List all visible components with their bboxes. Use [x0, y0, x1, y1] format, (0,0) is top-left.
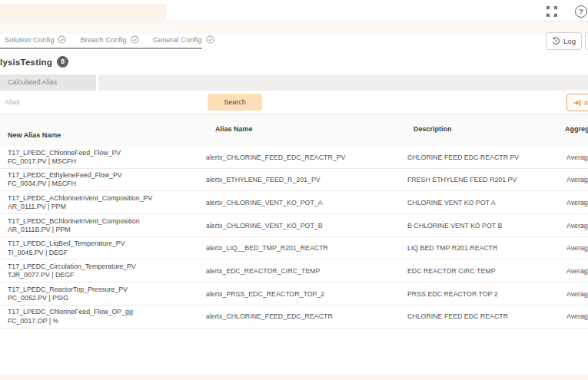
check-circle-icon — [131, 35, 139, 44]
config-tab-breach-config[interactable]: Breach Config — [80, 35, 138, 44]
check-circle-icon — [58, 35, 66, 44]
table-row[interactable]: T17_LPEDC_AChlorineInVent_Composition_PV… — [0, 191, 588, 214]
cell-new-alias-tag: T17_LPEDC_BChlorineInVent_CompositionAR_… — [8, 217, 140, 235]
import-icon — [573, 99, 581, 107]
table-row[interactable]: T17_LPEDC_ChlorineFeed_Flow_OP_ggFC_0017… — [0, 306, 588, 329]
fullscreen-expand-icon[interactable] — [546, 6, 557, 17]
table-row[interactable]: T17_LPEDC_ReactorTop_Pressure_PVPC_0052.… — [0, 283, 588, 306]
cell-new-alias-tag: T17_LPEDC_ReactorTop_Pressure_PVPC_0052.… — [8, 286, 128, 303]
cell-alias-name: alertx_CHLORINE_FEED_EDC_REACTR_PV — [206, 154, 345, 161]
cell-alias-name: alertx_CHLORINE_VENT_KO_POT_A — [206, 199, 323, 207]
cell-description: CHLORINE FEED EDC REACTR PV — [407, 154, 519, 161]
cell-alias-name: alertx_CHLORINE_FEED_EDC_REACTR — [206, 312, 333, 320]
cell-new-alias-tag: T17_LPEDC_ChlorineFeed_Flow_OP_ggFC_0017… — [8, 308, 133, 325]
cell-new-alias-tag: T17_LPEDC_LiqBed_Temperature_PVTI_0045.P… — [8, 240, 125, 257]
table-row[interactable]: T17_LPEDC_ChlorineFeed_Flow_PVFC_0017.PV… — [0, 146, 588, 169]
cell-alias-name: alertx_CHLORINE_VENT_KO_POT_B — [206, 222, 323, 230]
count-badge: 8 — [57, 56, 68, 68]
config-tab-solution-config[interactable]: Solution Config — [5, 35, 66, 44]
config-tab-label: General Config — [153, 35, 202, 44]
cell-description: PRSS EDC REACTOR TOP 2 — [407, 290, 498, 298]
cell-description: CHLORINE FEED EDC REACTR — [407, 312, 508, 320]
alias-tabbar: Calculated Alias — [0, 74, 588, 91]
cell-alias-name: alertx_ETHYLENE_FEED_R_201_PV — [206, 176, 321, 183]
table-row[interactable]: T17_LPEDC_EthyleneFeed_Flow_PVFC_0034.PV… — [0, 169, 588, 192]
search-input[interactable] — [0, 91, 201, 114]
tab-calculated-alias[interactable]: Calculated Alias — [0, 74, 98, 91]
table-row[interactable]: T17_LPEDC_BChlorineInVent_CompositionAR_… — [0, 214, 588, 237]
config-tab-general-config[interactable]: General Config — [153, 35, 214, 44]
log-button-label: Log — [563, 37, 576, 45]
cell-description: CHLORINE VENT KO POT A — [407, 199, 496, 207]
import-button-label: Import — [584, 99, 588, 107]
cell-alias-name: alertx_LIQ__BED_TMP_R201_REACTR — [206, 244, 328, 252]
table-header: New Alias Name Tag Name | UoM Alias Name… — [0, 115, 588, 147]
header-band — [0, 21, 588, 34]
history-icon — [552, 37, 560, 45]
cell-aggregation: Average — [566, 244, 588, 252]
cell-description: FRESH ETHYLENE FEED R201 PV — [407, 176, 517, 183]
cell-description: LIQ BED TMP R201 REACTR — [407, 244, 498, 252]
cell-aggregation: Average — [566, 154, 588, 161]
config-tab-label: Solution Config — [5, 35, 54, 44]
check-circle-icon — [206, 35, 214, 44]
cell-description: B CHLORINE VENT KO POT B — [407, 222, 502, 230]
help-icon[interactable]: ? — [575, 5, 587, 18]
search-button[interactable]: Search — [208, 94, 262, 111]
config-tabs-underline — [0, 48, 202, 49]
cell-alias-name: alertx_EDC_REACTOR_CIRC_TEMP — [206, 267, 320, 275]
cell-aggregation: Average — [566, 290, 588, 298]
topbar-highlight-block — [0, 4, 166, 20]
import-button[interactable]: Import — [566, 94, 588, 111]
cell-description: EDC REACTOR CIRC TEMP — [407, 267, 496, 275]
table-row[interactable]: T17_LPEDC_Circulation_Temperature_PVTJR_… — [0, 259, 588, 283]
search-row: Search Import — [0, 91, 588, 115]
cell-aggregation: Average — [566, 222, 588, 230]
cell-aggregation: Average — [566, 312, 588, 320]
table-row[interactable]: T17_LPEDC_LiqBed_Temperature_PVTI_0045.P… — [0, 237, 588, 260]
footer-bar — [0, 375, 588, 380]
cell-aggregation: Average — [566, 176, 588, 183]
column-header-aggregation: Aggregation — [565, 125, 588, 133]
config-tabs: Solution ConfigBreach ConfigGeneral Conf… — [5, 35, 214, 44]
top-bar: ? — [0, 0, 588, 21]
column-header-description: Description — [414, 125, 452, 133]
cell-alias-name: alertx_PRSS_EDC_REACTOR_TOP_2 — [206, 290, 324, 298]
cell-new-alias-tag: T17_LPEDC_AChlorineInVent_Composition_PV… — [8, 194, 152, 212]
cell-new-alias-tag: T17_LPEDC_ChlorineFeed_Flow_PVFC_0017.PV… — [8, 149, 121, 167]
page-title: lysisTesting — [0, 58, 52, 67]
cell-new-alias-tag: T17_LPEDC_EthyleneFeed_Flow_PVFC_0034.PV… — [8, 171, 122, 189]
config-tab-label: Breach Config — [80, 35, 126, 44]
log-button[interactable]: Log — [546, 32, 582, 50]
cell-aggregation: Average — [566, 267, 588, 275]
cell-new-alias-tag: T17_LPEDC_Circulation_Temperature_PVTJR_… — [8, 263, 136, 280]
column-header-alias-name: Alias Name — [215, 125, 253, 133]
table-body: T17_LPEDC_ChlorineFeed_Flow_PVFC_0017.PV… — [0, 146, 588, 329]
title-row: lysisTesting 8 — [0, 56, 68, 68]
partial-cropped-button[interactable] — [585, 32, 588, 50]
cell-aggregation: Average — [566, 199, 588, 207]
